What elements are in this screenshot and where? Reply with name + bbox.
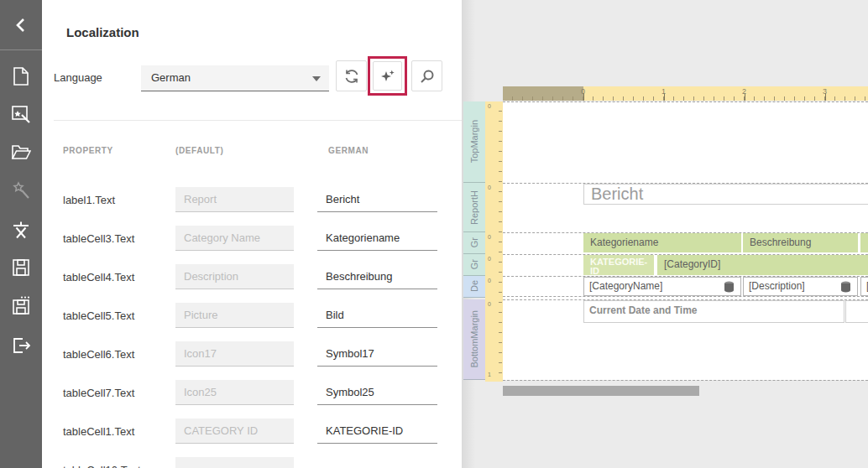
german-value-field[interactable] [317,303,437,328]
detail-cell-clipped[interactable]: [ [860,277,868,296]
property-row: tableCell6.Text [42,341,462,367]
property-name: label1.Text [63,194,115,206]
ruler-number: 0 [488,185,491,190]
property-name: tableCell6.Text [63,348,134,361]
cell-category-id-field[interactable]: [CategoryID] [657,255,868,275]
page-info-textbox[interactable] [845,300,868,323]
design-wizard-button [11,180,31,200]
german-value-field[interactable] [317,457,437,468]
property-name: tableCell1.Text [63,425,134,438]
language-label: Language [54,71,102,84]
collapse-panel-button[interactable] [0,0,42,50]
ruler-number: 0 [488,256,491,262]
property-name: tableCell7.Text [63,387,134,399]
floppy-disk-dots-icon [11,296,31,316]
exit-icon [11,335,31,356]
report-wizard-button[interactable] [11,104,31,124]
default-value-field[interactable] [175,187,294,212]
ruler-number: 0 [488,234,491,240]
column-header-property: PROPERTY [63,146,113,155]
save-as-button[interactable] [11,296,31,316]
german-value-field[interactable] [317,226,437,251]
german-value-field[interactable] [317,341,437,367]
default-value-field[interactable] [175,457,294,468]
ruler-number: 0 [488,301,491,307]
language-dropdown-value: German [151,71,191,84]
german-value-field[interactable] [317,264,437,289]
chevron-left-icon [13,18,29,33]
band-separator[interactable] [503,380,868,381]
band-detail[interactable]: De [463,276,485,298]
page-wizard-icon [11,104,31,124]
default-value-field[interactable] [175,303,294,328]
localization-button[interactable] [11,220,31,240]
default-value-field[interactable] [175,264,294,289]
ruler-number: 0 [581,87,585,96]
ruler-number: 1 [661,87,666,96]
new-report-button[interactable] [11,66,31,86]
german-value-field[interactable] [317,380,437,405]
design-surface: 0 1 2 3 0 0 0 0 0 0 1 TopMargin ReportH … [462,0,868,468]
property-row: tableCell5.Text [42,303,462,328]
property-row: label1.Text [42,187,462,212]
detail-cell-description[interactable]: [Description] [743,277,858,296]
divider [54,120,462,121]
default-value-field[interactable] [175,419,294,444]
blank-page-icon [11,66,31,86]
column-header-german: GERMAN [328,146,369,155]
band-bottom-margin[interactable]: BottomMargin [463,299,485,380]
page-title: Localization [66,25,139,39]
ruler-ticks [499,101,502,382]
localization-panel: Localization Language German PROPERTY [42,0,462,468]
column-header-default: (DEFAULT) [175,146,223,155]
open-folder-icon [11,142,31,162]
german-value-field[interactable] [317,419,437,444]
ruler-number: 2 [742,87,746,96]
selected-cell-category-id[interactable]: KATEGORIE-ID [583,255,654,275]
german-value-field[interactable] [317,187,437,212]
date-time-textbox[interactable]: Current Date and Time [583,300,844,323]
database-field-icon [724,281,735,293]
refresh-translations-button[interactable] [336,60,367,91]
magic-wand-icon [11,180,31,200]
ruler-number: 0 [488,103,491,109]
band-group-header-1[interactable]: Gr [463,232,485,254]
property-row: tableCell3.Text [42,226,462,251]
database-field-icon [840,281,851,293]
ruler-ticks [503,96,868,101]
exit-button[interactable] [11,335,31,356]
band-separator[interactable] [503,296,868,297]
default-value-field[interactable] [175,226,294,251]
sparkles-icon [379,68,396,85]
refresh-icon [343,68,360,85]
ruler-number: 1 [488,372,491,377]
report-title-label[interactable]: Bericht [583,184,868,205]
property-name: tableCell3.Text [63,232,134,245]
main-sidebar [0,0,42,468]
language-dropdown[interactable]: German [141,65,329,91]
band-top-margin[interactable]: TopMargin [463,101,485,183]
default-value-field[interactable] [175,341,294,367]
property-name: tableCell10.Text [63,464,141,468]
open-report-button[interactable] [11,142,31,162]
auto-translate-button[interactable] [373,61,402,91]
save-button[interactable] [11,257,31,278]
detail-cell-category-name[interactable]: [CategoryName] [583,277,741,296]
property-name: tableCell4.Text [63,271,134,283]
table-header-cell-category-name[interactable]: Kategoriename [583,233,741,252]
default-value-field[interactable] [175,380,294,405]
chevron-down-icon [312,76,321,81]
band-group-header-2[interactable]: Gr [463,254,485,276]
search-properties-button[interactable] [411,60,442,91]
magnifier-icon [419,68,436,85]
band-report-header[interactable]: ReportH [463,183,485,232]
property-row: tableCell10.Text [42,457,462,468]
property-name: tableCell5.Text [63,309,134,322]
table-header-cell-description[interactable]: Beschreibung [743,233,858,252]
band-separator[interactable] [503,101,868,102]
report-designer-app: Localization Language German PROPERTY [0,0,868,468]
table-header-cell-clipped[interactable] [860,233,868,252]
property-row: tableCell1.Text [42,419,462,444]
ruler-number: 0 [488,278,491,283]
horizontal-scrollbar-thumb[interactable] [503,386,699,396]
